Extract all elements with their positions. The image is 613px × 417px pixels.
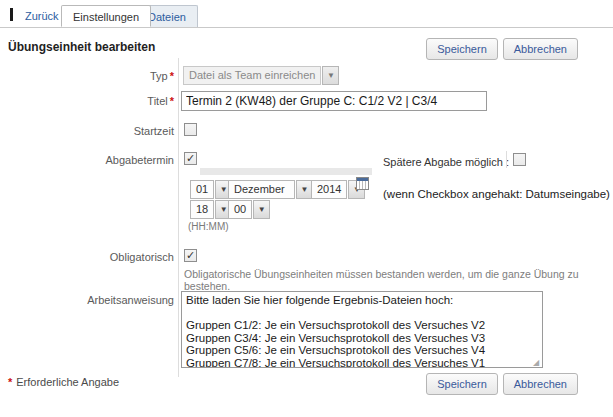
required-mark: * <box>8 376 12 388</box>
top-button-row: Speichern Abbrechen <box>426 38 578 60</box>
cancel-button-bottom[interactable]: Abbrechen <box>503 373 578 395</box>
late-submission-separator <box>506 151 507 168</box>
month-select-value: Dezember <box>228 180 295 199</box>
startzeit-checkbox[interactable] <box>184 123 197 136</box>
late-submission-checkbox[interactable] <box>513 153 526 166</box>
checkmark-icon: ✓ <box>186 153 195 164</box>
late-submission-note: (wenn Checkbox angehakt: Datumseingabe) <box>383 188 610 200</box>
hour-select-value: 18 <box>190 200 214 219</box>
arbeitsanweisung-textarea[interactable] <box>181 291 543 368</box>
obligatorisch-label: Obligatorisch <box>4 251 174 263</box>
tab-einstellungen[interactable]: Einstellungen <box>61 5 151 27</box>
year-select-value: 2014 <box>311 180 347 199</box>
chevron-down-icon[interactable]: ▼ <box>322 66 339 85</box>
abgabetermin-checkbox[interactable]: ✓ <box>184 152 197 165</box>
typ-select[interactable]: Datei als Team einreichen ▼ <box>183 66 339 85</box>
bottom-button-row: Speichern Abbrechen <box>426 373 578 395</box>
required-field-note: *Erforderliche Angabe <box>8 376 119 388</box>
required-note-text: Erforderliche Angabe <box>16 376 119 388</box>
calendar-icon[interactable] <box>356 177 369 190</box>
text-cursor-mark <box>10 8 13 21</box>
resize-grip-icon[interactable]: ◢ <box>533 358 542 367</box>
startzeit-label: Startzeit <box>4 125 174 137</box>
save-button-top[interactable]: Speichern <box>426 38 498 60</box>
checkmark-icon: ✓ <box>186 250 195 261</box>
month-select[interactable]: Dezember ▼ <box>228 180 313 199</box>
minute-select[interactable]: 00 ▼ <box>228 200 270 219</box>
cancel-button-top[interactable]: Abbrechen <box>503 38 578 60</box>
day-select-value: 01 <box>190 180 214 199</box>
abgabetermin-label: Abgabetermin <box>4 154 174 166</box>
arbeitsanweisung-label: Arbeitsanweisung <box>4 294 174 306</box>
minute-select-value: 00 <box>228 200 252 219</box>
late-submission-label: Spätere Abgabe möglich : <box>383 156 509 168</box>
day-select[interactable]: 01 ▼ <box>190 180 232 199</box>
typ-required-mark: * <box>170 70 174 82</box>
titel-label: Titel* <box>4 95 174 107</box>
save-button-bottom[interactable]: Speichern <box>426 373 498 395</box>
titel-input[interactable] <box>181 91 487 111</box>
label-field-separator <box>178 58 179 377</box>
chevron-down-icon[interactable]: ▼ <box>253 200 270 219</box>
date-panel-strip <box>200 168 372 175</box>
titel-required-mark: * <box>170 95 174 107</box>
typ-label-text: Typ <box>150 70 168 82</box>
time-format-hint: (HH:MM) <box>188 221 229 232</box>
typ-label: Typ* <box>4 70 174 82</box>
page-title: Übungseinheit bearbeiten <box>8 40 155 54</box>
obligatorisch-help-text: Obligatorische Übungseinheiten müssen be… <box>184 268 613 292</box>
obligatorisch-checkbox[interactable]: ✓ <box>184 249 197 262</box>
hour-select[interactable]: 18 ▼ <box>190 200 232 219</box>
typ-select-value: Datei als Team einreichen <box>183 66 321 85</box>
titel-label-text: Titel <box>147 95 167 107</box>
